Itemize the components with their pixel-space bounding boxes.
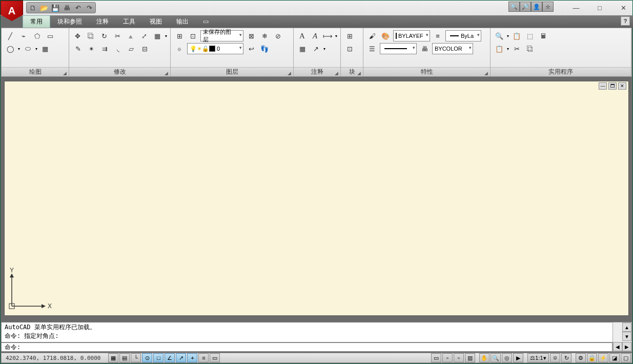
mirror-icon[interactable]: ⟁ [125,30,136,41]
qview-button[interactable]: ▥ [465,353,475,362]
table-icon[interactable]: ▦ [297,43,308,54]
osnap-button[interactable]: □ [153,353,164,362]
grid-button[interactable]: ▤ [119,353,130,362]
zoom-button[interactable]: 🔍 [491,353,501,362]
create-block-icon[interactable]: ⊡ [344,43,355,54]
layer-off-icon[interactable]: ⊘ [272,30,283,41]
workspace-button[interactable]: ⚙ [576,353,586,362]
help-button[interactable]: ? [621,16,630,26]
tab-blocks[interactable]: 块和参照 [50,16,89,28]
scroll-right-icon[interactable]: ▶ [622,342,631,351]
erase-icon[interactable]: ✎ [72,43,84,54]
color-icon[interactable]: 🎨 [380,30,391,41]
close-button[interactable]: ✕ [616,3,630,13]
insert-block-icon[interactable]: ⊞ [344,30,355,41]
layer-state-dropdown[interactable]: 未保存的图层 [200,30,243,41]
drawing-canvas[interactable]: — 🗖 ✕ Y X [4,81,629,316]
dyn-button[interactable]: + [187,353,197,362]
tab-annotate[interactable]: 注释 [89,16,116,28]
user-icon[interactable]: 👤 [531,2,542,12]
search-icon[interactable]: 🔍 [508,2,520,12]
toolbar-lock-button[interactable]: 🔒 [587,353,597,362]
measure-icon[interactable]: 🔍 [494,30,505,41]
panel-modify-title[interactable]: 修改◢ [69,67,170,76]
scroll-up-icon[interactable]: ▲ [622,323,631,332]
isolate-button[interactable]: ◪ [609,353,620,362]
ducs-button[interactable]: ↗ [176,353,186,362]
tab-output[interactable]: 输出 [169,16,196,28]
layer-current-dropdown[interactable]: 💡☀🔓 0 [187,43,243,54]
tab-tools[interactable]: 工具 [116,16,142,28]
join-icon[interactable]: ⊟ [139,43,150,54]
pan-button[interactable]: ✋ [479,353,489,362]
layer-props-icon[interactable]: ⊞ [174,30,185,41]
layout1-button[interactable]: ▫ [442,353,453,362]
model-button[interactable]: ▭ [431,353,441,362]
tab-home[interactable]: 常用 [23,15,50,28]
scroll-down-icon[interactable]: ▼ [622,332,631,341]
undo-icon[interactable]: ↶ [74,4,82,12]
cleanscreen-button[interactable]: ▢ [621,353,631,362]
linetype-dropdown[interactable] [380,43,417,54]
command-line[interactable]: 命令: [1,342,612,352]
open-icon[interactable]: 📂 [40,4,48,12]
panel-block-title[interactable]: 块◢ [341,67,363,76]
plot-style-icon[interactable]: 🖶 [419,43,430,54]
polar-button[interactable]: ⊙ [142,353,152,362]
annoscale-button[interactable]: ⚖ 1:1▾ [527,353,549,362]
print-icon[interactable]: 🖶 [63,4,71,12]
hardware-button[interactable]: ⚡ [598,353,608,362]
polyline-icon[interactable]: ⌁ [18,30,29,41]
hatch-icon[interactable]: ▦ [39,43,51,54]
layer-prev-icon[interactable]: ↩ [246,43,257,54]
leader-icon[interactable]: ↗ [310,43,321,54]
panel-annotation-title[interactable]: 注释◢ [294,67,340,76]
fillet-icon[interactable]: ◟ [112,43,124,54]
layer-freeze-icon[interactable]: ❄ [259,30,270,41]
canvas-close-button[interactable]: ✕ [618,82,626,90]
new-icon[interactable]: 🗋 [29,4,37,12]
rectangle-icon[interactable]: ▭ [45,30,56,41]
trim-icon[interactable]: ✂ [112,30,124,41]
snap-button[interactable]: ▦ [108,353,118,362]
scroll-left-icon[interactable]: ◀ [613,342,622,351]
array-icon[interactable]: ▦ [152,30,163,41]
annoauto-button[interactable]: ↻ [561,353,571,362]
panel-layers-title[interactable]: 图层◢ [171,67,293,76]
copy-clip-icon[interactable]: ⿻ [524,43,536,54]
layer-states-icon[interactable]: ⊡ [187,30,198,41]
lineweight-dropdown[interactable]: ByLa [445,30,481,41]
dimension-icon[interactable]: ⟼ [322,30,333,41]
maximize-button[interactable]: □ [593,3,607,13]
line-icon[interactable]: ╱ [5,30,16,41]
scale-icon[interactable]: ⤢ [138,30,150,41]
app-menu-button[interactable]: A [1,1,23,21]
panel-draw-title[interactable]: 绘图◢ [2,67,69,76]
layer-match-icon[interactable]: ⟐ [174,43,185,54]
ortho-button[interactable]: └ [131,353,141,362]
search2-icon[interactable]: 🔎 [520,2,531,12]
explode-icon[interactable]: ✴ [86,43,97,54]
layer-walk-icon[interactable]: 👣 [259,43,270,54]
coordinates-display[interactable]: 4202.3740, 1718.0818, 0.0000 [2,355,105,361]
redo-icon[interactable]: ↷ [85,4,93,12]
paste2-icon[interactable]: 📋 [494,43,505,54]
rotate-icon[interactable]: ↻ [99,30,110,41]
qp-button[interactable]: ▭ [210,353,220,362]
circle-icon[interactable]: ◯ [5,43,16,54]
canvas-maximize-button[interactable]: 🗖 [608,82,617,90]
layout2-button[interactable]: ▫ [454,353,464,362]
canvas-minimize-button[interactable]: — [599,82,607,90]
plotstyle-dropdown[interactable]: BYCOLOR [432,43,473,54]
otrack-button[interactable]: ∠ [165,353,175,362]
annovisible-button[interactable]: ⛭ [550,353,560,362]
tab-view[interactable]: 视图 [142,16,169,28]
text-icon[interactable]: A [297,30,308,41]
move-icon[interactable]: ✥ [72,30,84,41]
stretch-icon[interactable]: ▱ [126,43,137,54]
steering-button[interactable]: ◎ [502,353,512,362]
cut-icon[interactable]: ✂ [511,43,522,54]
lineweight-icon[interactable]: ≡ [432,30,443,41]
save-icon[interactable]: 💾 [51,4,59,12]
tab-extra[interactable]: ▭ [196,16,216,27]
